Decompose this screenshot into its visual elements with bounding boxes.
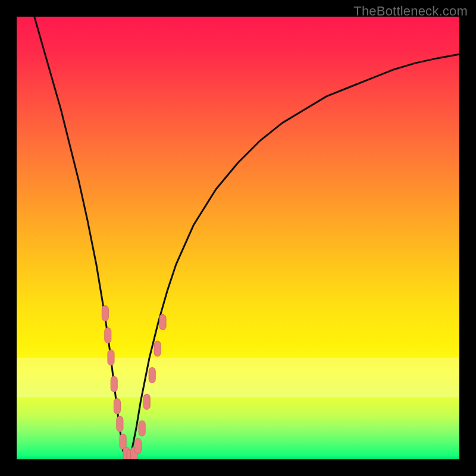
datapoint-marker (134, 439, 141, 454)
outer-black-frame: TheBottleneck.com (0, 0, 476, 476)
datapoint-marker (143, 394, 150, 409)
datapoint-marker (159, 314, 166, 330)
watermark-text: TheBottleneck.com (353, 4, 468, 19)
chart-svg (17, 17, 459, 459)
datapoint-marker (105, 328, 111, 343)
datapoint-marker (102, 306, 108, 321)
datapoint-marker (154, 341, 161, 356)
bottleneck-curve-path (35, 17, 459, 459)
datapoint-marker (117, 416, 123, 432)
datapoint-marker (139, 421, 145, 436)
datapoint-marker (114, 399, 120, 414)
datapoint-marker (120, 434, 126, 449)
datapoint-marker (149, 368, 155, 383)
bottleneck-curve (35, 17, 459, 459)
datapoint-marker (108, 350, 114, 365)
datapoint-marker (111, 377, 117, 392)
plot-area (17, 17, 459, 459)
